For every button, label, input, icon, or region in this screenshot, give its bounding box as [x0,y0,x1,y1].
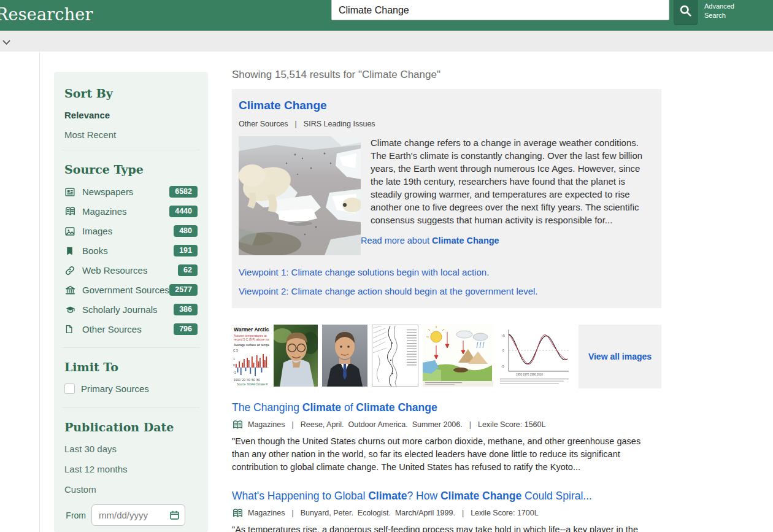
svg-text:0: 0 [233,363,235,367]
result-source-type: Magazines [248,509,285,517]
result-count-badge: 4440 [169,206,198,217]
pub-date-option-last-12-months[interactable]: Last 12 months [64,464,198,474]
book-icon [64,245,77,256]
search-icon [679,4,692,19]
result-source-type: Magazines [248,420,285,429]
svg-text:-1: -1 [233,371,236,374]
featured-collection: SIRS Leading Issues [304,120,375,128]
featured-source-type: Other Sources [239,120,288,128]
source-type-label: Newspapers [82,187,133,197]
image-strip: Warmer Arctic Autumn temperatures at rec… [232,325,661,388]
result-count-badge: 2577 [169,284,198,296]
view-all-images-link[interactable]: View all images [579,325,661,388]
collapse-bar [0,31,773,52]
svg-text:C 5: C 5 [233,349,238,352]
sort-by-heading: Sort By [64,87,198,100]
section-divider [62,407,200,408]
source-type-label: Scholarly Journals [82,304,158,315]
thumbnail-warmer-arctic-chart[interactable]: Warmer Arctic Autumn temperatures at rec… [232,325,269,387]
svg-text:-5: -5 [501,364,504,368]
result-citation: Bunyard, Peter. Ecologist. March/April 1… [301,509,455,517]
result-count-badge: 191 [174,245,198,256]
result-lexile-score: Lexile Score: 1700L [471,509,539,517]
source-type-label: Web Resources [82,265,147,276]
app-logo[interactable]: Researcher [0,5,93,24]
results-main: Showing 15,514 results for "Climate Chan… [232,69,661,532]
source-type-filter-other-sources[interactable]: Other Sources796 [64,323,198,335]
from-date-input[interactable] [91,504,185,526]
featured-title-link[interactable]: Climate Change [239,99,655,112]
top-navigation-bar: Researcher Advanced Search [0,0,773,31]
primary-sources-checkbox-row[interactable]: Primary Sources [64,384,198,394]
meta-separator: | [462,509,464,517]
viewpoint-2-link[interactable]: Viewpoint 2: Climate change action shoul… [239,286,655,296]
publication-date-options: Last 30 daysLast 12 monthsCustom [64,444,198,495]
thumbnail-coastline-map[interactable] [372,325,418,387]
viewpoint-1-link[interactable]: Viewpoint 1: Climate change solutions be… [239,267,655,277]
result-count-badge: 62 [178,264,198,276]
result-title-link[interactable]: What's Happening to Global Climate? How … [232,490,661,503]
result-count-badge: 6582 [169,186,198,198]
publication-date-heading: Publication Date [64,420,198,434]
thumbnail-temperature-line-chart[interactable]: +50-5 1950 1970 1990 2010 [498,325,574,387]
svg-text:1950 1970 1990 2010: 1950 1970 1990 2010 [516,373,543,376]
source-type-filter-books[interactable]: Books191 [64,245,198,256]
primary-sources-label: Primary Sources [81,384,149,394]
source-type-heading: Source Type [64,163,198,176]
advanced-search-link[interactable]: Advanced Search [704,2,744,20]
result-count-badge: 796 [174,323,198,335]
thumbnail-man-portrait-suit[interactable] [322,325,367,387]
svg-text:Warmer Arctic: Warmer Arctic [234,326,269,333]
source-type-label: Images [82,226,112,236]
thumbnail-man-portrait-outdoor[interactable] [274,325,318,387]
thumbnail-water-cycle-diagram[interactable] [423,325,493,387]
result-title-link[interactable]: The Changing Climate of Climate Change [232,401,661,414]
read-more-topic: Climate Change [432,236,499,245]
government-icon [64,285,77,296]
from-label: From [64,511,91,520]
meta-separator: | [469,420,471,429]
sort-option-relevance[interactable]: Relevance [64,110,198,120]
source-type-list: Newspapers6582Magazines4440Images480Book… [64,186,198,335]
meta-separator: | [291,420,293,429]
source-type-filter-scholarly-journals[interactable]: Scholarly Journals386 [64,304,198,315]
results-list: The Changing Climate of Climate ChangeMa… [232,401,661,532]
featured-description: Climate change refers to a change in ave… [371,136,655,226]
newspaper-icon [64,187,77,198]
result-count-badge: 480 [174,225,198,237]
result-citation: Reese, April. Outdoor America. Summer 20… [301,420,463,429]
read-more-link[interactable]: Read more about Climate Change [361,236,655,245]
result-item: What's Happening to Global Climate? How … [232,490,661,532]
magazine-icon [232,420,243,429]
source-type-label: Magazines [82,206,127,217]
source-type-label: Books [82,245,108,256]
chevron-down-icon[interactable] [2,37,10,48]
pub-date-option-custom[interactable]: Custom [64,484,198,495]
search-button[interactable] [674,0,698,25]
svg-text:Source: NOAA Climate R: Source: NOAA Climate R [237,383,268,386]
svg-text:1: 1 [233,357,235,361]
sort-option-most-recent[interactable]: Most Recent [64,129,198,140]
results-summary: Showing 15,514 results for "Climate Chan… [232,69,661,81]
polar-bears-image[interactable] [239,136,361,255]
svg-text:0: 0 [502,349,504,352]
vertical-divider [39,52,40,532]
source-type-label: Government Sources [82,285,169,295]
source-type-filter-web-resources[interactable]: Web Resources62 [64,264,198,276]
image-icon [64,226,77,237]
search-input[interactable] [331,0,669,20]
source-type-label: Other Sources [82,324,142,334]
result-item: The Changing Climate of Climate ChangeMa… [232,401,661,474]
source-type-filter-images[interactable]: Images480 [64,225,198,237]
pub-date-option-last-30-days[interactable]: Last 30 days [64,444,198,454]
limit-to-heading: Limit To [64,360,198,374]
from-date-row: From [64,504,198,526]
grad-cap-icon [64,304,77,315]
filters-sidebar: Sort By Relevance Most Recent Source Typ… [54,72,208,532]
link-icon [64,265,77,276]
section-divider [62,347,200,348]
source-type-filter-government-sources[interactable]: Government Sources2577 [64,284,198,296]
source-type-filter-newspapers[interactable]: Newspapers6582 [64,186,198,198]
primary-sources-checkbox[interactable] [64,384,75,394]
source-type-filter-magazines[interactable]: Magazines4440 [64,206,198,217]
